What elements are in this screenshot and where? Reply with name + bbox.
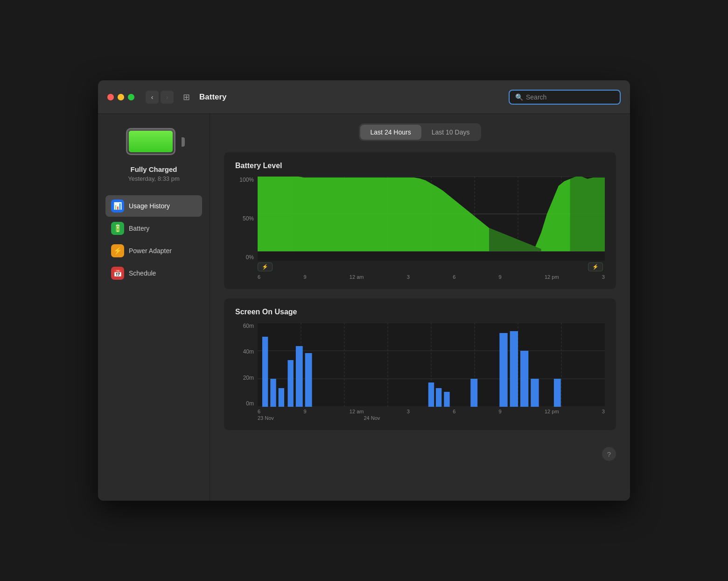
main-window: ‹ › ⊞ Battery 🔍 xyxy=(98,80,630,501)
y-label-100: 100% xyxy=(239,177,254,183)
time-filter: Last 24 Hours Last 10 Days xyxy=(359,123,482,141)
svg-rect-31 xyxy=(296,346,303,407)
usage-history-label: Usage History xyxy=(129,202,170,210)
x2-label-6: 6 xyxy=(258,409,260,414)
x2-label-3am: 3 xyxy=(407,409,410,414)
x2-label-9am: 9 xyxy=(499,409,502,414)
nav-buttons: ‹ › xyxy=(146,91,174,104)
main-panel: Last 24 Hours Last 10 Days Battery Level… xyxy=(210,114,630,501)
x-label-9am2: 9 xyxy=(499,274,502,280)
back-button[interactable]: ‹ xyxy=(146,91,159,104)
minimize-button[interactable] xyxy=(118,94,124,100)
screen-usage-title: Screen On Usage xyxy=(235,308,605,316)
y-label-0: 0% xyxy=(246,254,254,261)
power-adapter-icon: ⚡ xyxy=(111,244,124,257)
x-label-6am2: 6 xyxy=(453,274,455,280)
svg-rect-29 xyxy=(279,388,284,407)
sidebar-item-battery[interactable]: 🔋 Battery xyxy=(105,218,202,239)
battery-status: Fully Charged xyxy=(130,165,177,173)
x-label-9am: 9 xyxy=(303,274,306,280)
svg-rect-28 xyxy=(270,379,276,407)
sidebar-item-power-adapter[interactable]: ⚡ Power Adapter xyxy=(105,240,202,262)
svg-rect-36 xyxy=(470,379,477,407)
schedule-icon: 📅 xyxy=(111,267,124,280)
svg-rect-14 xyxy=(570,177,605,251)
y-label-50: 50% xyxy=(243,215,254,222)
battery-nav-label: Battery xyxy=(129,225,149,232)
battery-y-axis: 100% 50% 0% xyxy=(235,177,258,261)
battery-x-axis: 6 9 12 am 3 6 9 12 pm 3 xyxy=(235,274,605,280)
battery-level-title: Battery Level xyxy=(235,162,605,170)
charging-left-icon: ⚡ xyxy=(262,264,268,270)
y-label-0m: 0m xyxy=(246,400,254,407)
svg-rect-38 xyxy=(510,331,518,407)
screen-usage-chart: Screen On Usage 60m 40m 20m 0m xyxy=(224,298,616,430)
traffic-lights xyxy=(107,94,134,100)
fullscreen-button[interactable] xyxy=(128,94,134,100)
filter-24h[interactable]: Last 24 Hours xyxy=(360,125,421,140)
svg-rect-39 xyxy=(520,351,528,407)
svg-rect-32 xyxy=(305,353,312,407)
sidebar-item-schedule[interactable]: 📅 Schedule xyxy=(105,262,202,284)
battery-chart-inner xyxy=(258,177,605,261)
battery-time: Yesterday, 8:33 pm xyxy=(128,175,180,182)
x-label-3am: 3 xyxy=(407,274,410,280)
sidebar-item-usage-history[interactable]: 📊 Usage History xyxy=(105,195,202,217)
filter-10d[interactable]: Last 10 Days xyxy=(421,125,480,140)
svg-rect-37 xyxy=(499,333,507,407)
grid-icon: ⊞ xyxy=(183,92,190,102)
battery-level-chart: Battery Level 100% 50% 0% xyxy=(224,152,616,289)
x2-date-24nov: 24 Nov xyxy=(364,415,380,421)
x-label-3pm: 3 xyxy=(602,274,605,280)
battery-level-svg xyxy=(258,177,605,261)
x2-label-12am: 12 am xyxy=(350,409,364,414)
svg-rect-34 xyxy=(436,388,441,407)
svg-rect-40 xyxy=(531,379,539,407)
battery-nav-icon: 🔋 xyxy=(111,222,124,235)
svg-rect-35 xyxy=(444,392,449,407)
search-icon: 🔍 xyxy=(515,93,523,101)
y-label-20m: 20m xyxy=(243,375,254,381)
sidebar: Fully Charged Yesterday, 8:33 pm 📊 Usage… xyxy=(98,114,210,501)
svg-rect-30 xyxy=(287,360,293,407)
x2-label-3pm: 3 xyxy=(602,409,605,414)
charging-right-icon: ⚡ xyxy=(592,264,599,270)
svg-rect-33 xyxy=(428,383,434,407)
screen-y-axis: 60m 40m 20m 0m xyxy=(235,323,258,407)
x-label-12pm: 12 pm xyxy=(545,274,559,280)
x2-label-9: 9 xyxy=(303,409,306,414)
y-label-60m: 60m xyxy=(243,323,254,329)
schedule-label: Schedule xyxy=(129,269,156,277)
help-button[interactable]: ? xyxy=(602,447,616,461)
window-title: Battery xyxy=(199,92,501,102)
screen-chart-inner xyxy=(258,323,605,407)
y-label-40m: 40m xyxy=(243,348,254,355)
forward-button: › xyxy=(161,91,174,104)
battery-level-area: 100% 50% 0% xyxy=(235,177,605,261)
x2-label-12pm: 12 pm xyxy=(545,409,559,414)
svg-rect-41 xyxy=(554,379,561,407)
search-box[interactable]: 🔍 xyxy=(509,90,621,105)
x-label-12am: 12 am xyxy=(350,274,364,280)
screen-bars-svg xyxy=(258,323,605,407)
x2-label-6am: 6 xyxy=(453,409,455,414)
battery-icon-container xyxy=(126,128,182,158)
usage-history-icon: 📊 xyxy=(111,199,124,213)
x-label-6am: 6 xyxy=(258,274,260,280)
sidebar-nav: 📊 Usage History 🔋 Battery ⚡ Power Adapte… xyxy=(105,195,202,284)
search-input[interactable] xyxy=(526,93,614,101)
x2-date-23nov: 23 Nov xyxy=(258,415,274,421)
screen-usage-area: 60m 40m 20m 0m xyxy=(235,323,605,407)
content: Fully Charged Yesterday, 8:33 pm 📊 Usage… xyxy=(98,114,630,501)
power-adapter-label: Power Adapter xyxy=(129,247,172,255)
close-button[interactable] xyxy=(107,94,114,100)
titlebar: ‹ › ⊞ Battery 🔍 xyxy=(98,80,630,114)
battery-visual xyxy=(126,128,182,158)
svg-rect-27 xyxy=(262,337,268,407)
